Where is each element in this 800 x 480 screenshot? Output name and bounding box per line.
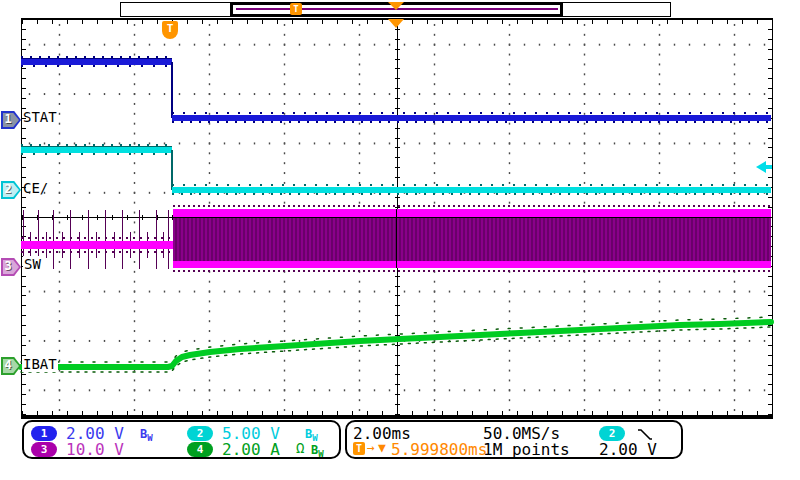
trigger-delay-readout: 5.999800ms xyxy=(391,440,487,459)
ch1-readout-badge[interactable]: 1 xyxy=(31,426,57,441)
ch4-ohm-icon: Ω xyxy=(296,440,304,456)
trigger-source-badge[interactable]: 2 xyxy=(599,426,625,441)
ch2-readout-badge[interactable]: 2 xyxy=(187,426,213,441)
channel-4-label: IBAT xyxy=(22,356,58,372)
channel-3-label: SW xyxy=(23,256,42,272)
ch3-readout-badge[interactable]: 3 xyxy=(31,442,57,457)
channel-2-badge[interactable]: 2 xyxy=(1,181,21,199)
ch4-scale-readout: 2.00 A xyxy=(222,440,280,459)
trigger-arrow-icon: → xyxy=(367,440,375,455)
trigger-position-t-badge[interactable]: T xyxy=(162,21,178,39)
trigger-level-readout: 2.00 V xyxy=(599,440,657,459)
ch4-bandwidth-icon: BW xyxy=(311,443,324,459)
trigger-slope-falling-icon xyxy=(637,427,653,441)
channel-4-badge[interactable]: 4 xyxy=(1,357,21,375)
channel-readout-box: 1 2.00 V BW 2 5.00 V BW 3 10.0 V 4 2.00 … xyxy=(22,420,341,459)
channel-1-badge[interactable]: 1 xyxy=(1,111,21,129)
record-length-readout: 1M points xyxy=(483,440,570,459)
record-expansion-point-icon[interactable] xyxy=(388,2,404,10)
trigger-t-chip-icon: T xyxy=(353,442,365,455)
timebase-trigger-readout-box: 2.00ms 50.0MS/s 2 T → ▼ 5.999800ms 1M po… xyxy=(345,420,683,459)
record-trigger-t-icon[interactable]: T xyxy=(290,3,302,15)
ch3-scale-readout: 10.0 V xyxy=(66,440,124,459)
oscilloscope-screen: T T 1 2 3 4 STAT CE/ SW IBAT 1 2.00 V BW… xyxy=(0,0,800,480)
channel-2-label: CE/ xyxy=(23,180,48,196)
trigger-marker-icon: ▼ xyxy=(378,440,386,455)
ch1-bandwidth-icon: BW xyxy=(140,427,153,443)
graticule xyxy=(21,18,773,419)
channel-3-badge[interactable]: 3 xyxy=(1,258,21,276)
channel-1-label: STAT xyxy=(23,109,57,125)
ch4-readout-badge[interactable]: 4 xyxy=(187,442,213,457)
center-v-line xyxy=(397,20,398,415)
ch2-bandwidth-icon: BW xyxy=(305,427,318,443)
expansion-point-icon xyxy=(388,19,404,28)
